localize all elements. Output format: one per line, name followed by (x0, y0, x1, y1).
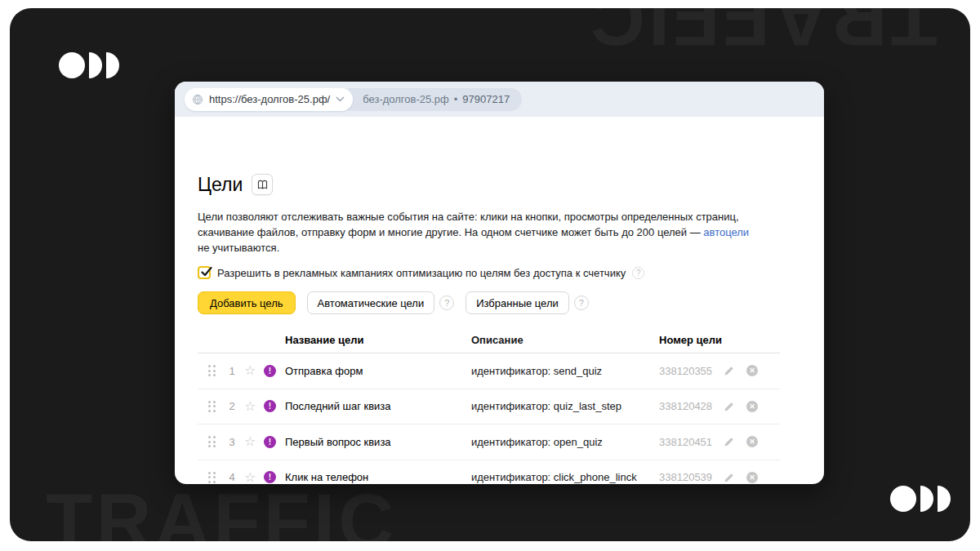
goal-row: 4 ☆ ! Клик на телефон идентификатор: cli… (198, 460, 780, 485)
goal-type-icon: ! (264, 436, 276, 448)
goal-number: 338120355 (657, 365, 724, 377)
brand-logo-icon (59, 52, 119, 78)
favorite-star-icon[interactable]: ☆ (244, 435, 264, 448)
autogoals-link[interactable]: автоцели (703, 226, 749, 238)
goal-row: 3 ☆ ! Первый вопрос квиза идентификатор:… (198, 424, 780, 460)
goal-type-icon: ! (264, 471, 276, 483)
checkbox-label: Разрешить в рекламных кампаниях оптимиза… (217, 267, 626, 279)
auto-goals-help-icon[interactable]: ? (439, 295, 454, 310)
site-name: без-долгов-25.рф (363, 93, 449, 105)
description-after: не учитываются. (198, 242, 279, 254)
drag-handle-icon[interactable] (208, 401, 216, 412)
url-text: https://без-долгов-25.рф/ (209, 93, 330, 105)
goal-number: 338120428 (657, 400, 724, 412)
watermark-traffic-bottom: TRAFFIC (46, 478, 397, 541)
delete-goal-icon[interactable]: ✕ (746, 401, 758, 412)
goal-index: 1 (220, 365, 244, 377)
counter-info: без-долгов-25.рф • 97907217 (340, 88, 522, 111)
globe-icon (192, 94, 203, 105)
goals-table-body: 1 ☆ ! Отправка форм идентификатор: send_… (198, 353, 780, 484)
goals-table-header: Название цели Описание Номер цели (198, 327, 780, 353)
add-goal-button[interactable]: Добавить цель (198, 291, 296, 314)
goal-index: 3 (220, 436, 244, 448)
drag-handle-icon[interactable] (208, 436, 216, 447)
goal-type-icon: ! (264, 400, 276, 412)
brand-logo-icon (890, 486, 951, 512)
goal-name: Отправка форм (283, 365, 470, 377)
edit-goal-icon[interactable] (724, 472, 746, 483)
metrica-goals-card: https://без-долгов-25.рф/ без-долгов-25.… (175, 82, 824, 484)
description-text: Цели позволяют отслеживать важные событи… (198, 211, 739, 238)
delete-goal-icon[interactable]: ✕ (746, 365, 758, 376)
goal-index: 4 (220, 471, 244, 483)
header-goal-description: Описание (470, 334, 657, 346)
goals-table: Название цели Описание Номер цели 1 ☆ ! … (198, 327, 780, 484)
header-goal-name: Название цели (283, 334, 470, 346)
drag-handle-icon[interactable] (208, 365, 216, 376)
delete-goal-icon[interactable]: ✕ (746, 436, 758, 447)
auto-goals-button[interactable]: Автоматические цели (307, 291, 435, 314)
edit-goal-icon[interactable] (724, 365, 746, 376)
goal-name: Первый вопрос квиза (283, 436, 470, 448)
goal-identifier: идентификатор: quiz_last_step (470, 400, 657, 412)
chevron-down-icon (336, 96, 345, 102)
goal-identifier: идентификатор: click_phone_linck (470, 471, 657, 483)
browser-bar: https://без-долгов-25.рф/ без-долгов-25.… (175, 82, 824, 117)
goal-number: 338120451 (657, 436, 724, 448)
goal-row: 1 ☆ ! Отправка форм идентификатор: send_… (198, 353, 780, 389)
dark-frame: TRAFFIC TRAFFIC https://без-долгов-25.рф… (10, 8, 970, 541)
goal-name: Клик на телефон (283, 471, 470, 483)
favorite-star-icon[interactable]: ☆ (244, 400, 264, 413)
goal-type-icon: ! (264, 365, 276, 377)
site-url-selector[interactable]: https://без-долгов-25.рф/ (185, 88, 353, 111)
separator-dot: • (454, 93, 458, 105)
help-icon[interactable]: ? (632, 267, 644, 279)
favorite-goals-help-icon[interactable]: ? (574, 295, 589, 310)
watermark-traffic-top: TRAFFIC (586, 8, 938, 62)
goal-identifier: идентификатор: send_quiz (470, 365, 657, 377)
favorite-star-icon[interactable]: ☆ (244, 471, 264, 484)
favorite-star-icon[interactable]: ☆ (244, 364, 264, 377)
checkbox-checked-icon[interactable] (198, 266, 211, 279)
goal-index: 2 (220, 400, 244, 412)
header-goal-number: Номер цели (657, 334, 724, 346)
goals-description: Цели позволяют отслеживать важные событи… (198, 209, 755, 256)
drag-handle-icon[interactable] (208, 472, 216, 483)
delete-goal-icon[interactable]: ✕ (746, 472, 758, 483)
page-title: Цели (198, 174, 243, 195)
edit-goal-icon[interactable] (724, 436, 746, 447)
goal-name: Последний шаг квиза (283, 400, 470, 412)
goal-identifier: идентификатор: open_quiz (470, 436, 657, 448)
edit-goal-icon[interactable] (724, 401, 746, 412)
favorite-goals-button[interactable]: Избранные цели (466, 291, 569, 314)
docs-book-icon[interactable] (252, 174, 273, 195)
goal-row: 2 ☆ ! Последний шаг квиза идентификатор:… (198, 389, 780, 425)
goal-number: 338120539 (657, 471, 724, 483)
counter-id: 97907217 (462, 93, 510, 105)
optimization-checkbox-row[interactable]: Разрешить в рекламных кампаниях оптимиза… (198, 266, 780, 279)
